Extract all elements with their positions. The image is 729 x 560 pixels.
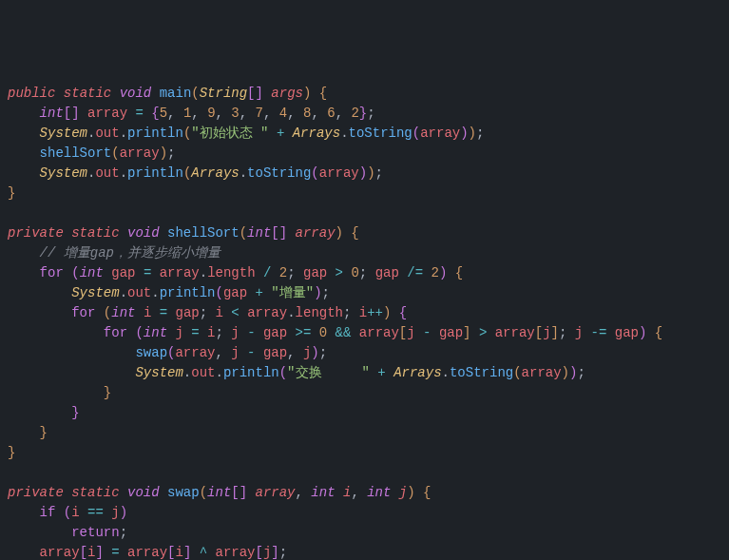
keyword-int: int	[40, 106, 64, 121]
code-line: }	[8, 405, 80, 420]
code-line: System.out.println(gap + "增量");	[8, 285, 330, 300]
param-args: args	[271, 86, 303, 101]
code-line: for (int j = i; j - gap >= 0 && array[j …	[8, 325, 662, 340]
code-line: public static void main(String[] args) {	[8, 86, 327, 101]
blank-line	[8, 465, 15, 480]
blank-line	[8, 205, 15, 221]
code-line: swap(array, j - gap, j);	[8, 345, 327, 360]
code-line: }	[8, 185, 15, 201]
code-line: private static void swap(int[] array, in…	[8, 485, 431, 500]
code-line: for (int gap = array.length / 2; gap > 0…	[8, 265, 463, 280]
keyword-public: public	[8, 86, 55, 101]
code-line: // 增量gap，并逐步缩小增量	[8, 245, 221, 261]
code-line: shellSort(array);	[8, 145, 175, 161]
code-editor[interactable]: public static void main(String[] args) {…	[8, 84, 721, 560]
code-line: int[] array = {5, 1, 9, 3, 7, 4, 8, 6, 2…	[8, 106, 375, 121]
code-line: return;	[8, 525, 127, 540]
var-array: array	[87, 106, 127, 121]
type-string: String	[200, 86, 247, 101]
code-line: }	[8, 445, 15, 460]
code-line: array[i] = array[i] ^ array[j];	[8, 545, 287, 560]
keyword-void: void	[120, 86, 152, 101]
code-line: }	[8, 425, 48, 440]
method-name: main	[160, 86, 192, 101]
code-line: if (i == j)	[8, 505, 127, 520]
code-line: System.out.println("交换 " + Arrays.toStri…	[8, 365, 585, 380]
code-line: for (int i = gap; i < array.length; i++)…	[8, 305, 407, 320]
code-line: System.out.println(Arrays.toString(array…	[8, 165, 383, 181]
code-line: }	[8, 385, 111, 400]
keyword-static: static	[64, 86, 111, 101]
code-line: System.out.println("初始状态 " + Arrays.toSt…	[8, 126, 484, 141]
code-line: private static void shellSort(int[] arra…	[8, 225, 359, 241]
comment: // 增量gap，并逐步缩小增量	[40, 245, 221, 261]
